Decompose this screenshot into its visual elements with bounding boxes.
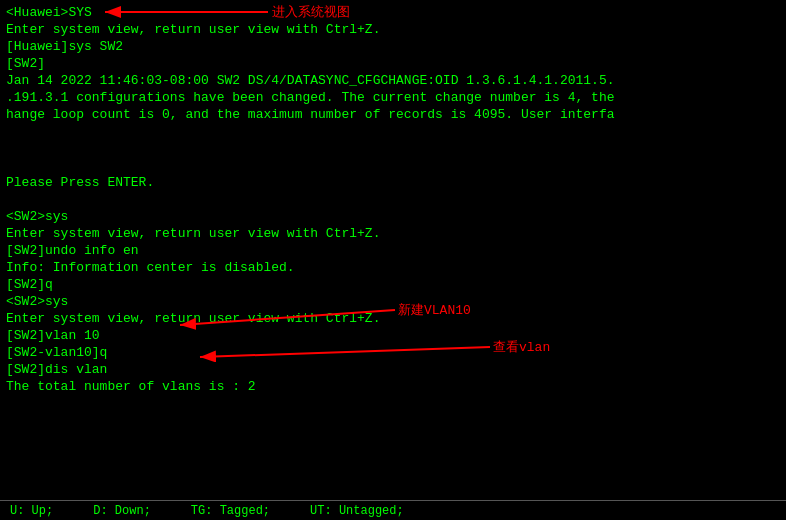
terminal-line-20: [SW2-vlan10]q <box>6 344 780 361</box>
terminal-line-12: <SW2>sys <box>6 208 780 225</box>
terminal-line-6: hange loop count is 0, and the maximum n… <box>6 106 780 123</box>
terminal-line-10: Please Press ENTER. <box>6 174 780 191</box>
status-d-key: D <box>93 504 100 518</box>
terminal-line-2: [Huawei]sys SW2 <box>6 38 780 55</box>
terminal-line-15: Info: Information center is disabled. <box>6 259 780 276</box>
status-tagged: TG: Tagged; <box>191 504 270 518</box>
terminal-line-19: [SW2]vlan 10 <box>6 327 780 344</box>
status-down: D: Down; <box>93 504 151 518</box>
terminal-line-1: Enter system view, return user view with… <box>6 21 780 38</box>
terminal-line-14: [SW2]undo info en <box>6 242 780 259</box>
status-u-label: Up; <box>32 504 54 518</box>
terminal-line-22: The total number of vlans is : 2 <box>6 378 780 395</box>
terminal-line-13: Enter system view, return user view with… <box>6 225 780 242</box>
status-ut-label: Untagged; <box>339 504 404 518</box>
statusbar: U: Up; D: Down; TG: Tagged; UT: Untagged… <box>0 500 786 520</box>
terminal-line-17: <SW2>sys <box>6 293 780 310</box>
terminal-line-0: <Huawei>SYS <box>6 4 780 21</box>
status-tg-label: Tagged; <box>220 504 270 518</box>
status-up: U: Up; <box>10 504 53 518</box>
terminal-line-21: [SW2]dis vlan <box>6 361 780 378</box>
terminal-line-3: [SW2] <box>6 55 780 72</box>
status-u-key: U <box>10 504 17 518</box>
terminal-line-16: [SW2]q <box>6 276 780 293</box>
status-d-label: Down; <box>115 504 151 518</box>
status-tg-key: TG <box>191 504 205 518</box>
terminal-line-4: Jan 14 2022 11:46:03-08:00 SW2 DS/4/DATA… <box>6 72 780 89</box>
status-ut-key: UT <box>310 504 324 518</box>
terminal: <Huawei>SYSEnter system view, return use… <box>0 0 786 500</box>
terminal-line-5: .191.3.1 configurations have been change… <box>6 89 780 106</box>
status-untagged: UT: Untagged; <box>310 504 404 518</box>
terminal-line-18: Enter system view, return user view with… <box>6 310 780 327</box>
